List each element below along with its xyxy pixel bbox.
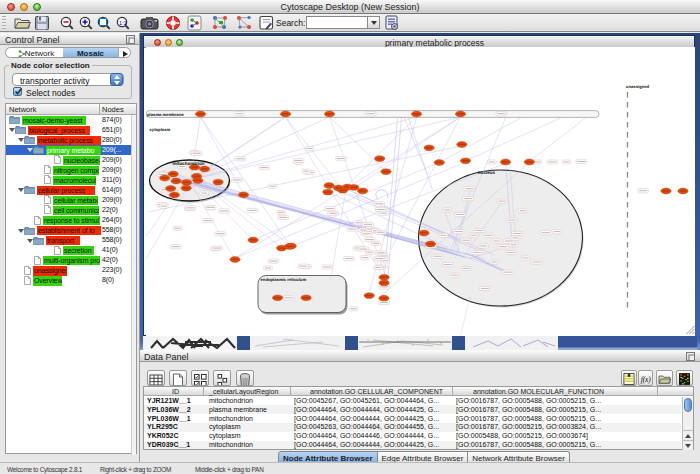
svg-text:plasma membrane: plasma membrane — [147, 112, 184, 117]
svg-text:1:1: 1:1 — [119, 20, 127, 26]
svg-text:f(x): f(x) — [641, 375, 652, 384]
svg-text:mitochondrion: mitochondrion — [172, 161, 204, 166]
svg-text:cytoplasm: cytoplasm — [149, 127, 170, 132]
svg-text:endoplasmic reticulum: endoplasmic reticulum — [260, 277, 306, 282]
svg-text:nucleus: nucleus — [477, 170, 495, 175]
svg-text:unassigned: unassigned — [625, 84, 649, 89]
